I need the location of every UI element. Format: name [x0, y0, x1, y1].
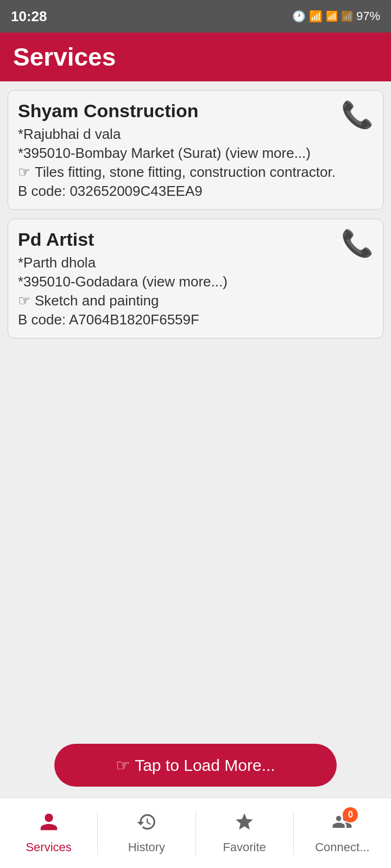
page-title: Services	[13, 42, 116, 72]
connect-icon-wrap: 0	[332, 812, 352, 837]
nav-tab-history[interactable]: History	[98, 798, 195, 868]
favorite-icon	[234, 812, 255, 837]
app-header: Services	[0, 33, 391, 81]
card-bcode-2: B code: A7064B1820F6559F	[18, 311, 373, 328]
services-icon	[39, 812, 59, 837]
phone-button-2[interactable]: 📞	[342, 228, 373, 259]
card-bcode-1: B code: 032652009C43EEA9	[18, 183, 373, 200]
card-services-2: ☞ Sketch and painting	[18, 292, 373, 309]
finger-icon-2: ☞	[18, 292, 30, 309]
wifi-icon: 📶	[309, 10, 323, 23]
phone-button-1[interactable]: 📞	[342, 99, 373, 131]
card-title-2: Pd Artist	[18, 229, 373, 250]
main-content: Shyam Construction *Rajubhai d vala *395…	[0, 81, 391, 797]
nav-label-services: Services	[26, 840, 71, 854]
nav-tab-services[interactable]: Services	[0, 798, 97, 868]
card-location-1: *395010-Bombay Market (Surat) (view more…	[18, 145, 373, 162]
card-location-2: *395010-Godadara (view more...)	[18, 273, 373, 290]
alarm-icon: 🕐	[292, 10, 306, 23]
battery-text: 97%	[356, 9, 380, 23]
card-services-text-2: Sketch and painting	[35, 292, 159, 309]
connect-badge: 0	[343, 807, 358, 822]
card-services-text-1: Tiles fitting, stone fitting, constructi…	[35, 164, 336, 181]
finger-icon-1: ☞	[18, 164, 30, 181]
bottom-nav: Services History Favorite 0 Connect...	[0, 797, 391, 868]
nav-label-history: History	[128, 840, 165, 854]
service-card-1[interactable]: Shyam Construction *Rajubhai d vala *395…	[8, 90, 383, 210]
history-icon	[136, 812, 157, 837]
card-title-1: Shyam Construction	[18, 100, 373, 122]
phone-icon-1: 📞	[341, 100, 374, 130]
signal-icon-2: 📶	[341, 10, 353, 22]
nav-tab-favorite[interactable]: Favorite	[196, 798, 293, 868]
card-owner-2: *Parth dhola	[18, 254, 373, 271]
signal-icon: 📶	[326, 10, 338, 22]
card-owner-1: *Rajubhai d vala	[18, 126, 373, 143]
nav-tab-connect[interactable]: 0 Connect...	[294, 798, 391, 868]
phone-icon-2: 📞	[341, 228, 374, 259]
card-services-1: ☞ Tiles fitting, stone fitting, construc…	[18, 164, 373, 181]
status-time: 10:28	[11, 8, 47, 25]
service-card-2[interactable]: Pd Artist *Parth dhola *395010-Godadara …	[8, 219, 383, 339]
status-bar: 10:28 🕐 📶 📶 📶 97%	[0, 0, 391, 33]
nav-label-favorite: Favorite	[223, 840, 266, 854]
load-more-button[interactable]: ☞ Tap to Load More...	[54, 744, 337, 787]
load-more-wrap: ☞ Tap to Load More...	[0, 733, 391, 792]
nav-label-connect: Connect...	[315, 840, 369, 854]
status-icons: 🕐 📶 📶 📶 97%	[292, 9, 380, 23]
